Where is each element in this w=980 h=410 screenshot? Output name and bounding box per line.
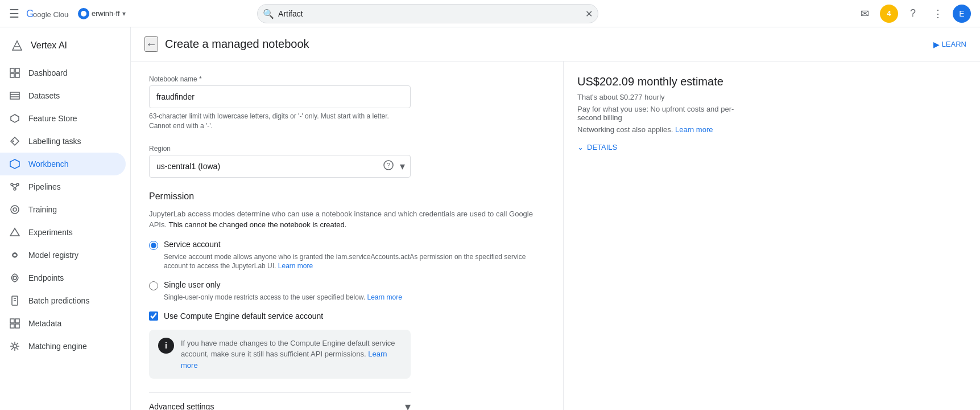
sidebar-item-metadata[interactable]: Metadata <box>0 312 126 335</box>
sidebar-item-model-registry[interactable]: Model registry <box>0 244 126 266</box>
sidebar-item-endpoints[interactable]: Endpoints <box>0 266 126 289</box>
svg-point-16 <box>16 183 19 186</box>
labelling-icon <box>9 136 20 147</box>
svg-rect-6 <box>15 68 19 72</box>
learn-icon: ▶ <box>933 40 940 49</box>
advanced-settings-row[interactable]: Advanced settings ▾ <box>149 392 411 410</box>
project-selector[interactable]: erwinh-ff ▾ <box>78 8 126 19</box>
svg-rect-31 <box>10 324 14 328</box>
svg-point-15 <box>11 183 13 186</box>
sidebar-item-label: Experiments <box>28 228 73 237</box>
svg-point-2 <box>81 11 86 17</box>
single-user-radio[interactable] <box>149 281 158 290</box>
datasets-icon <box>9 90 20 101</box>
sidebar-item-label: Dashboard <box>28 68 68 77</box>
single-user-learn-more[interactable]: Learn more <box>367 293 402 301</box>
notebook-name-hint: 63-character limit with lowercase letter… <box>149 112 411 131</box>
single-user-title: Single user only <box>164 280 221 289</box>
training-icon <box>9 204 20 215</box>
region-select[interactable]: us-central1 (Iowa) us-east1 (South Carol… <box>149 155 411 178</box>
region-select-wrapper: us-central1 (Iowa) us-east1 (South Carol… <box>149 155 411 178</box>
sidebar-item-label: Feature Store <box>28 114 77 123</box>
sidebar-item-feature-store[interactable]: Feature Store <box>0 107 126 130</box>
sidebar-product: Vertex AI <box>0 32 130 62</box>
details-label: DETAILS <box>587 143 617 151</box>
experiments-icon <box>9 227 20 238</box>
estimate-title: US$202.09 monthly estimate <box>577 75 743 88</box>
svg-marker-3 <box>13 41 22 50</box>
vertex-ai-icon <box>9 38 25 54</box>
project-name: erwinh-ff <box>92 9 120 18</box>
topbar-right: ✉ 4 ? ⋮ E <box>855 3 971 24</box>
search-clear-icon[interactable]: ✕ <box>585 8 593 19</box>
sidebar-product-name: Vertex AI <box>31 40 67 51</box>
compute-engine-checkbox[interactable] <box>149 311 158 321</box>
help-icon[interactable]: ? <box>903 3 923 24</box>
sidebar-item-pipelines[interactable]: Pipelines <box>0 175 126 198</box>
logo: G oogle Cloud <box>26 7 69 20</box>
svg-line-38 <box>11 343 13 345</box>
avatar[interactable]: E <box>953 5 971 23</box>
info-text: If you have made changes to the Compute … <box>181 338 402 371</box>
page-header-left: ← Create a managed notebook <box>144 36 309 52</box>
learn-button[interactable]: ▶ LEARN <box>933 40 966 49</box>
sidebar-item-label: Training <box>28 205 57 214</box>
region-label: Region <box>149 145 545 153</box>
svg-rect-8 <box>15 73 19 77</box>
sidebar-item-batch-predictions[interactable]: Batch predictions <box>0 289 126 312</box>
page-header: ← Create a managed notebook ▶ LEARN <box>131 27 980 62</box>
content-area: ← Create a managed notebook ▶ LEARN Note… <box>131 27 980 410</box>
search-input[interactable] <box>257 4 598 23</box>
feature-store-icon <box>9 113 20 124</box>
more-icon[interactable]: ⋮ <box>928 3 948 24</box>
project-icon <box>78 8 89 19</box>
search-icon: 🔍 <box>263 8 274 19</box>
svg-rect-32 <box>15 324 19 328</box>
menu-icon[interactable]: ☰ <box>9 7 19 20</box>
networking-learn-more[interactable]: Learn more <box>675 125 713 134</box>
sidebar-item-label: Labelling tasks <box>28 137 81 146</box>
svg-rect-9 <box>10 92 19 99</box>
back-button[interactable]: ← <box>144 36 158 52</box>
service-account-learn-more[interactable]: Learn more <box>278 262 313 270</box>
notebook-name-input[interactable] <box>149 85 411 108</box>
sidebar-item-workbench[interactable]: Workbench <box>0 153 126 175</box>
svg-text:oogle Cloud: oogle Cloud <box>33 10 69 19</box>
sidebar-item-training[interactable]: Training <box>0 198 126 221</box>
single-user-radio-label[interactable]: Single user only <box>149 280 545 290</box>
sidebar-item-label: Batch predictions <box>28 296 89 305</box>
sidebar-item-datasets[interactable]: Datasets <box>0 84 126 107</box>
service-account-desc: Service account mode allows anyone who i… <box>164 252 545 272</box>
email-icon[interactable]: ✉ <box>855 3 875 24</box>
svg-marker-12 <box>11 114 19 122</box>
svg-point-33 <box>13 345 16 348</box>
svg-line-41 <box>11 348 13 350</box>
workbench-icon <box>9 158 20 170</box>
sidebar-item-labelling-tasks[interactable]: Labelling tasks <box>0 130 126 153</box>
sidebar-item-matching-engine[interactable]: Matching engine <box>0 335 126 358</box>
batch-predictions-icon <box>9 295 20 306</box>
svg-marker-23 <box>10 228 19 236</box>
region-help-icon[interactable]: ? <box>383 160 394 173</box>
svg-point-25 <box>13 276 16 280</box>
matching-engine-icon <box>9 341 20 352</box>
service-account-radio[interactable] <box>149 241 158 250</box>
form-left: Notebook name * 63-character limit with … <box>131 62 563 410</box>
sidebar-item-experiments[interactable]: Experiments <box>0 221 126 244</box>
sidebar: Vertex AI Dashboard Datasets Feature Sto… <box>0 27 131 410</box>
compute-engine-label[interactable]: Use Compute Engine default service accou… <box>164 311 323 321</box>
sidebar-item-label: Workbench <box>28 159 69 169</box>
sidebar-item-label: Model registry <box>28 251 78 260</box>
sidebar-item-dashboard[interactable]: Dashboard <box>0 62 126 84</box>
svg-point-13 <box>13 141 14 142</box>
notification-badge[interactable]: 4 <box>880 5 898 23</box>
service-account-radio-label[interactable]: Service account <box>149 240 545 250</box>
advanced-settings-chevron-icon: ▾ <box>405 400 411 410</box>
sidebar-item-label: Metadata <box>28 319 61 328</box>
svg-rect-5 <box>10 68 14 72</box>
topbar: ☰ G oogle Cloud erwinh-ff ▾ 🔍 ✕ ✉ 4 ? ⋮ … <box>0 0 980 27</box>
model-registry-icon <box>9 249 20 261</box>
permission-desc: JupyterLab access modes determine who ca… <box>149 208 545 231</box>
svg-text:?: ? <box>387 162 390 169</box>
details-toggle[interactable]: ⌄ DETAILS <box>577 143 743 151</box>
